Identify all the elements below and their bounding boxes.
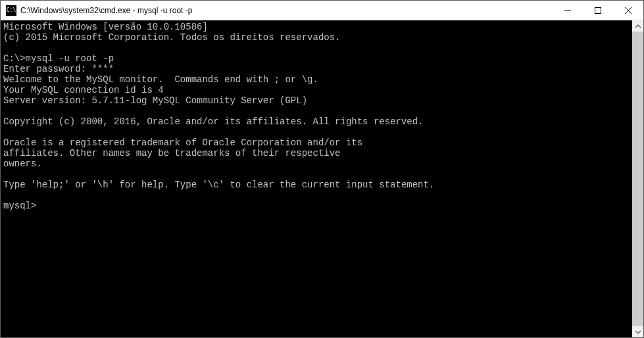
terminal-line: Server version: 5.7.11-log MySQL Communi… (3, 95, 630, 106)
chevron-up-icon (635, 24, 641, 29)
terminal-line: affiliates. Other names may be trademark… (3, 148, 630, 158)
chevron-down-icon (635, 329, 641, 335)
terminal-line (3, 43, 630, 53)
window-title: C:\Windows\system32\cmd.exe - mysql -u r… (20, 6, 553, 15)
svg-rect-1 (595, 7, 601, 13)
terminal-line: Type 'help;' or '\h' for help. Type '\c'… (3, 180, 630, 190)
terminal-line: Copyright (c) 2000, 2016, Oracle and/or … (3, 116, 630, 127)
terminal-line: Enter password: **** (3, 64, 630, 74)
terminal-line (3, 127, 630, 137)
scroll-thumb[interactable] (632, 32, 643, 326)
terminal-output: Microsoft Windows [versão 10.0.10586](c)… (1, 20, 632, 337)
close-icon (625, 7, 632, 14)
window-titlebar: C:\ C:\Windows\system32\cmd.exe - mysql … (1, 1, 643, 20)
terminal-line: owners. (3, 158, 630, 169)
terminal-line: Oracle is a registered trademark of Orac… (3, 137, 630, 148)
terminal-line (3, 190, 630, 201)
scroll-track[interactable] (632, 32, 643, 326)
scroll-down-button[interactable] (632, 326, 643, 337)
window-controls (553, 1, 643, 20)
minimize-icon (564, 7, 571, 14)
cmd-icon-label: C:\ (7, 8, 16, 13)
terminal-line (3, 169, 630, 180)
terminal-line: mysql> (3, 201, 630, 211)
maximize-button[interactable] (583, 1, 613, 20)
minimize-button[interactable] (553, 1, 583, 20)
scroll-up-button[interactable] (632, 20, 643, 32)
close-button[interactable] (613, 1, 643, 20)
maximize-icon (595, 7, 601, 14)
terminal-line: Your MySQL connection id is 4 (3, 85, 630, 95)
terminal-area[interactable]: Microsoft Windows [versão 10.0.10586](c)… (1, 20, 643, 337)
terminal-line: C:\>mysql -u root -p (3, 53, 630, 64)
terminal-line: Welcome to the MySQL monitor. Commands e… (3, 74, 630, 85)
cmd-icon: C:\ (6, 5, 16, 16)
terminal-line: (c) 2015 Microsoft Corporation. Todos os… (3, 32, 630, 43)
terminal-line: Microsoft Windows [versão 10.0.10586] (3, 22, 630, 32)
terminal-line (3, 106, 630, 116)
vertical-scrollbar[interactable] (632, 20, 643, 337)
